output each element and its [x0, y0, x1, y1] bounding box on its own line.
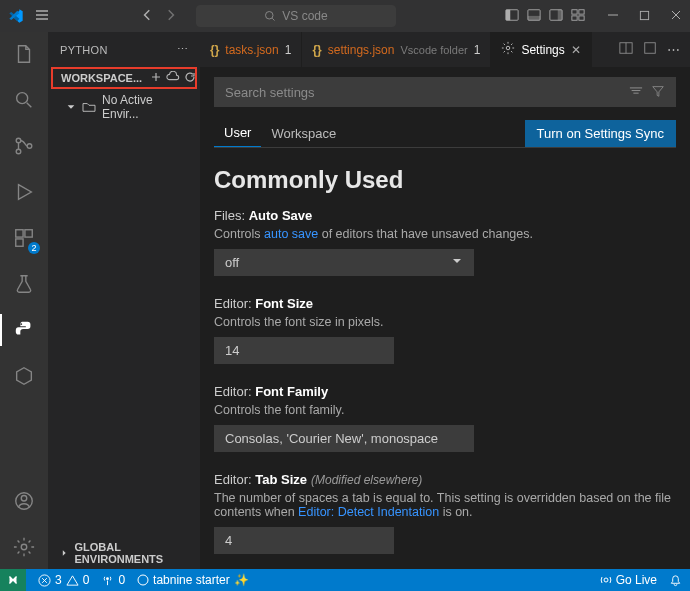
- svg-rect-18: [16, 239, 23, 246]
- layout-customize-icon[interactable]: [571, 8, 585, 25]
- status-notifications-icon[interactable]: [669, 573, 682, 587]
- tab-filename: settings.json: [328, 43, 395, 57]
- layout-sidebar-right-icon[interactable]: [549, 8, 563, 25]
- activity-search-icon[interactable]: [10, 86, 38, 114]
- global-env-label: GLOBAL ENVIRONMENTS: [75, 541, 192, 565]
- settings-search-placeholder: Search settings: [225, 85, 315, 100]
- workspace-label: WORKSPACE...: [61, 72, 142, 84]
- tab-settings-json[interactable]: {} settings.json Vscode folder 1: [302, 32, 491, 67]
- scope-user-tab[interactable]: User: [214, 119, 261, 147]
- status-bar: 3 0 0 tabnine starter ✨ Go Live: [0, 569, 690, 591]
- svg-point-0: [266, 12, 274, 20]
- setting-files-autosave: Files: Auto Save Controls auto save of e…: [214, 208, 676, 276]
- svg-rect-2: [506, 9, 510, 20]
- folder-icon: [82, 101, 96, 113]
- setting-editor-fontfamily: Editor: Font Family Controls the font fa…: [214, 384, 676, 452]
- menu-icon[interactable]: [34, 7, 50, 26]
- chevron-down-icon: [66, 102, 76, 112]
- setting-hint: (Modified elsewhere): [311, 473, 422, 487]
- window-close-icon[interactable]: [670, 9, 682, 24]
- activity-testing-icon[interactable]: [10, 270, 38, 298]
- cloud-env-icon[interactable]: [166, 71, 180, 85]
- tab-label: Settings: [521, 43, 564, 57]
- nav-back-icon[interactable]: [140, 8, 154, 25]
- sidebar: PYTHON ⋯ WORKSPACE... No Active Envir...…: [48, 32, 200, 569]
- activity-python-icon[interactable]: [10, 316, 38, 344]
- activity-extensions-icon[interactable]: 2: [10, 224, 38, 252]
- svg-point-12: [17, 93, 28, 104]
- fontfamily-input[interactable]: Consolas, 'Courier New', monospace: [214, 425, 474, 452]
- fontsize-input[interactable]: 14: [214, 337, 394, 364]
- status-ports[interactable]: 0: [101, 573, 125, 587]
- nav-forward-icon[interactable]: [164, 8, 178, 25]
- svg-rect-7: [572, 9, 577, 13]
- svg-rect-27: [632, 90, 641, 91]
- tabsize-input[interactable]: 4: [214, 527, 394, 554]
- setting-editor-fontsize: Editor: Font Size Controls the font size…: [214, 296, 676, 364]
- filter-icon[interactable]: [651, 84, 665, 101]
- status-problems[interactable]: 3 0: [38, 573, 89, 587]
- remote-indicator[interactable]: [0, 569, 26, 591]
- activity-run-debug-icon[interactable]: [10, 178, 38, 206]
- tab-tasks-json[interactable]: {} tasks.json 1: [200, 32, 302, 67]
- svg-rect-6: [558, 9, 562, 20]
- autosave-select[interactable]: off: [214, 249, 474, 276]
- sidebar-more-icon[interactable]: ⋯: [177, 43, 188, 56]
- status-go-live[interactable]: Go Live: [600, 573, 657, 587]
- svg-point-14: [16, 149, 21, 154]
- editor-tabs: {} tasks.json 1 {} settings.json Vscode …: [200, 32, 690, 67]
- autosave-value: off: [225, 255, 239, 270]
- editor-area: {} tasks.json 1 {} settings.json Vscode …: [200, 32, 690, 569]
- add-env-icon[interactable]: [150, 71, 162, 85]
- window-minimize-icon[interactable]: [607, 9, 619, 24]
- global-environments-section[interactable]: GLOBAL ENVIRONMENTS: [48, 537, 200, 569]
- svg-rect-28: [633, 92, 638, 93]
- activity-source-control-icon[interactable]: [10, 132, 38, 160]
- tab-folder-hint: Vscode folder: [400, 44, 467, 56]
- sparkle-icon: ✨: [234, 573, 249, 587]
- no-active-env-row[interactable]: No Active Envir...: [48, 89, 200, 125]
- window-maximize-icon[interactable]: [639, 9, 650, 24]
- status-tabnine[interactable]: tabnine starter ✨: [137, 573, 249, 587]
- settings-editor: Search settings User Workspace Turn on S…: [200, 67, 690, 569]
- setting-prefix: Files:: [214, 208, 245, 223]
- activity-accounts-icon[interactable]: [10, 487, 38, 515]
- radio-tower-icon: [101, 574, 114, 587]
- setting-description: Controls auto save of editors that have …: [214, 227, 676, 241]
- scope-workspace-tab[interactable]: Workspace: [261, 120, 346, 147]
- layout-sidebar-left-icon[interactable]: [505, 8, 519, 25]
- tab-modified-badge: 1: [474, 43, 481, 57]
- activity-settings-icon[interactable]: [10, 533, 38, 561]
- setting-prefix: Editor:: [214, 296, 252, 311]
- svg-point-23: [507, 46, 511, 50]
- warning-icon: [66, 574, 79, 587]
- autosave-link[interactable]: auto save: [264, 227, 318, 241]
- layout-panel-icon[interactable]: [527, 8, 541, 25]
- open-json-icon[interactable]: [643, 41, 657, 58]
- split-editor-icon[interactable]: [619, 41, 633, 58]
- tab-settings[interactable]: Settings ✕: [491, 32, 591, 67]
- setting-description: The number of spaces a tab is equal to. …: [214, 491, 676, 519]
- svg-rect-16: [16, 230, 23, 237]
- svg-rect-25: [645, 43, 656, 54]
- activity-explorer-icon[interactable]: [10, 40, 38, 68]
- clear-search-icon[interactable]: [629, 84, 643, 101]
- svg-rect-4: [528, 15, 540, 19]
- settings-search-input[interactable]: Search settings: [214, 77, 676, 107]
- svg-point-32: [604, 578, 608, 582]
- svg-point-30: [106, 577, 109, 580]
- title-bar: VS code: [0, 0, 690, 32]
- settings-sync-button[interactable]: Turn on Settings Sync: [525, 120, 676, 147]
- activity-hexagon-icon[interactable]: [10, 362, 38, 390]
- detect-indentation-link[interactable]: Editor: Detect Indentation: [298, 505, 439, 519]
- setting-description: Controls the font size in pixels.: [214, 315, 676, 329]
- svg-point-19: [20, 323, 22, 325]
- svg-point-15: [27, 144, 32, 149]
- search-placeholder: VS code: [282, 9, 327, 23]
- svg-rect-10: [579, 15, 584, 19]
- refresh-env-icon[interactable]: [184, 71, 196, 85]
- editor-more-icon[interactable]: ⋯: [667, 42, 680, 57]
- command-center-search[interactable]: VS code: [196, 5, 396, 27]
- workspace-environments-section[interactable]: WORKSPACE...: [51, 67, 197, 89]
- close-icon[interactable]: ✕: [571, 43, 581, 57]
